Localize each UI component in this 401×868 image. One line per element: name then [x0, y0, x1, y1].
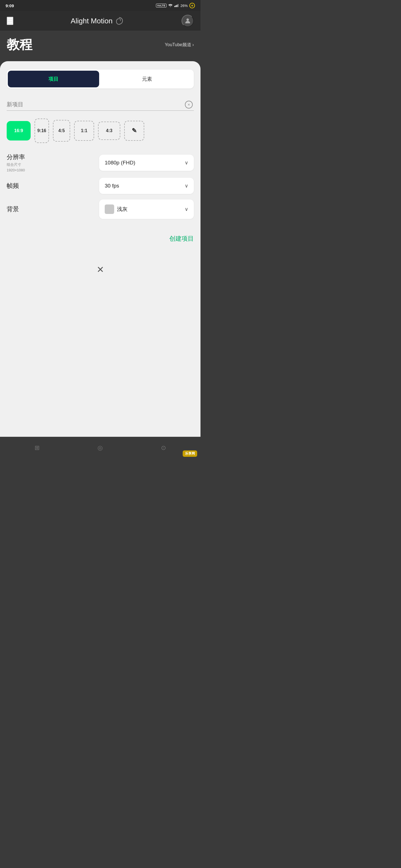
project-name-section: ×: [7, 98, 194, 111]
modal-sheet: 项目 元素 × 16:9 9:16 4:5 1:1 4:3: [0, 61, 200, 437]
aspect-ratio-selector: 16:9 9:16 4:5 1:1 4:3 ✎: [7, 119, 194, 143]
resolution-dropdown-button[interactable]: 1080p (FHD) ∨: [99, 155, 194, 171]
bottom-nav-item-2[interactable]: ◎: [97, 444, 103, 452]
watermark: 乐享网: [183, 451, 197, 457]
create-project-button[interactable]: 创建项目: [169, 232, 194, 246]
hamburger-menu-button[interactable]: ☰: [7, 17, 13, 25]
resolution-row: 分辨率 组合尺寸 1920×1080 1080p (FHD) ∨: [7, 153, 194, 172]
status-icons: VoLTE 26% +: [156, 3, 195, 8]
frame-rate-row: 帧频 30 fps ∨: [7, 178, 194, 194]
bottom-nav-icon-2: ◎: [97, 444, 103, 452]
project-name-input[interactable]: [7, 98, 194, 111]
tab-elements[interactable]: 元素: [102, 71, 193, 87]
frame-rate-chevron-icon: ∨: [184, 183, 188, 189]
resolution-label: 分辨率: [7, 153, 25, 161]
clear-input-button[interactable]: ×: [185, 101, 193, 108]
frame-rate-dropdown-button[interactable]: 30 fps ∨: [99, 178, 194, 194]
resolution-label-group: 分辨率 组合尺寸 1920×1080: [7, 153, 25, 172]
frame-rate-label: 帧频: [7, 182, 19, 190]
aspect-ratio-custom-button[interactable]: ✎: [124, 121, 144, 141]
aspect-ratio-16-9-button[interactable]: 16:9: [7, 121, 31, 141]
svg-rect-1: [175, 5, 176, 7]
background-dropdown-button[interactable]: 浅灰 ∨: [99, 199, 194, 219]
app-logo-swirl-icon: [114, 16, 124, 26]
status-bar: 9:09 VoLTE 26% +: [0, 0, 200, 11]
bottom-nav-item-1[interactable]: ⊞: [34, 444, 39, 452]
profile-icon: [184, 17, 191, 25]
top-nav: ☰ Alight Motion: [0, 11, 200, 31]
header-section: 教程 YouTube频道 ›: [0, 31, 200, 61]
resolution-sublabel2: 1920×1080: [7, 168, 25, 172]
svg-rect-2: [176, 5, 177, 7]
aspect-ratio-9-16-button[interactable]: 9:16: [34, 119, 49, 143]
resolution-chevron-icon: ∨: [184, 160, 188, 166]
app-title: Alight Motion: [71, 17, 113, 25]
aspect-ratio-1-1-button[interactable]: 1:1: [74, 121, 94, 141]
svg-rect-3: [178, 4, 178, 7]
background-chevron-icon: ∨: [184, 206, 188, 212]
app-title-container: Alight Motion: [71, 16, 124, 26]
settings-section: 分辨率 组合尺寸 1920×1080 1080p (FHD) ∨ 帧频 30 f…: [7, 153, 194, 219]
battery-percent: 26%: [180, 4, 188, 8]
svg-point-4: [187, 18, 189, 21]
bottom-nav-icon-1: ⊞: [34, 444, 39, 452]
youtube-channel-link[interactable]: YouTube频道 ›: [165, 42, 194, 48]
profile-button[interactable]: [181, 15, 194, 27]
aspect-ratio-4-3-button[interactable]: 4:3: [98, 122, 120, 140]
page-title: 教程: [7, 36, 32, 54]
background-color-swatch: [105, 205, 114, 214]
volte-badge: VoLTE: [156, 4, 167, 7]
bottom-nav: ⊞ ◎ ⊙: [0, 437, 200, 459]
chevron-right-icon: ›: [193, 42, 194, 47]
close-modal-button[interactable]: ✕: [97, 265, 104, 274]
wifi-icon: [168, 4, 173, 7]
battery-plus-icon: +: [189, 3, 195, 8]
background-label: 背景: [7, 205, 19, 213]
aspect-ratio-4-5-button[interactable]: 4:5: [53, 120, 70, 142]
status-time: 9:09: [6, 3, 14, 8]
svg-rect-0: [174, 6, 175, 7]
bottom-nav-icon-3: ⊙: [161, 444, 166, 452]
signal-icon: [174, 4, 179, 7]
close-button-row: ✕: [7, 257, 194, 280]
bottom-nav-item-3[interactable]: ⊙: [161, 444, 166, 452]
background-row: 背景 浅灰 ∨: [7, 199, 194, 219]
resolution-sublabel1: 组合尺寸: [7, 162, 25, 167]
tab-projects[interactable]: 项目: [8, 71, 99, 87]
create-button-row: 创建项目: [7, 229, 194, 257]
tab-switcher: 项目 元素: [7, 69, 194, 89]
